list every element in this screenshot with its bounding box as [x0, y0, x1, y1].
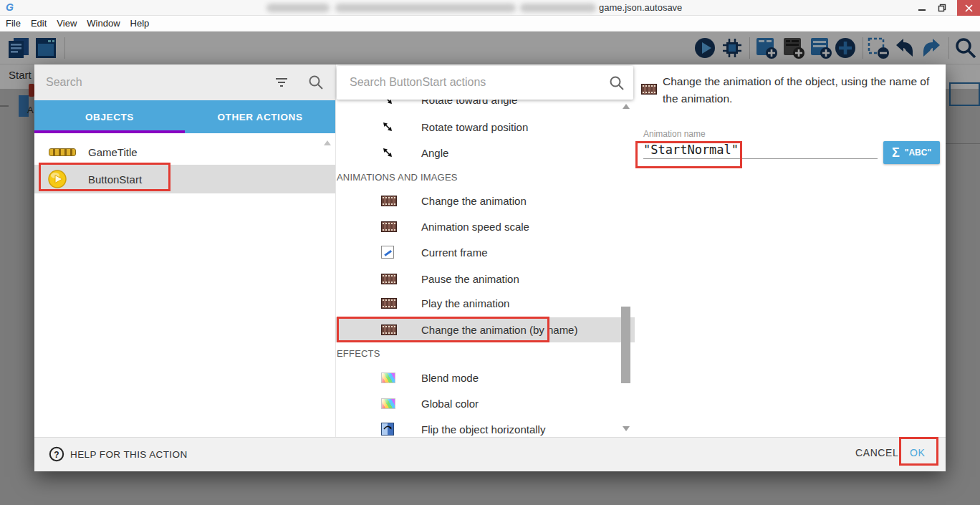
menu-edit[interactable]: Edit — [31, 18, 47, 29]
action-label: Global color — [421, 398, 479, 410]
action-label: Pause the animation — [421, 273, 519, 285]
action-row[interactable]: Angle — [335, 142, 635, 163]
film-icon — [381, 298, 397, 309]
window-title: game.json.autosave — [599, 2, 682, 13]
animation-name-input[interactable] — [643, 140, 878, 159]
object-list-scroll-up[interactable] — [324, 140, 331, 145]
action-search-input[interactable] — [350, 73, 586, 92]
section-header-animations: ANIMATIONS AND IMAGES — [337, 172, 635, 183]
title-bar: G game.json.autosave — [0, 0, 980, 16]
film-icon — [641, 84, 657, 95]
restore-icon — [938, 4, 946, 12]
dialog-footer: ? HELP FOR THIS ACTION CANCEL OK — [34, 437, 946, 471]
action-label: Change the animation (by name) — [421, 324, 577, 336]
film-icon — [381, 274, 397, 284]
restore-button[interactable] — [931, 0, 953, 16]
rainbow-icon — [381, 372, 395, 383]
object-search-input[interactable] — [46, 73, 261, 92]
menu-window[interactable]: Window — [87, 18, 120, 29]
svg-text:?: ? — [54, 450, 59, 460]
action-label: Rotate toward position — [421, 121, 528, 133]
rotate-arrow-icon — [381, 120, 394, 133]
action-label: Animation speed scale — [421, 221, 529, 233]
object-row-gametitle[interactable]: GameTitle — [34, 138, 335, 166]
section-header-effects: EFFECTS — [337, 348, 635, 359]
object-name: GameTitle — [88, 146, 138, 158]
field-label: Animation name — [643, 129, 706, 139]
action-row[interactable]: Pause the animation — [335, 268, 635, 289]
search-icon[interactable] — [609, 75, 625, 91]
tab-other-actions[interactable]: OTHER ACTIONS — [185, 100, 335, 133]
action-row[interactable]: Flip the object horizontally — [335, 418, 635, 437]
actions-scroll-up[interactable] — [623, 104, 630, 109]
action-row[interactable]: Play the animation — [335, 292, 635, 314]
help-button[interactable]: ? HELP FOR THIS ACTION — [49, 446, 188, 462]
object-name: ButtonStart — [88, 173, 142, 186]
blurred-path — [520, 4, 596, 12]
rotate-arrow-icon — [381, 146, 394, 159]
action-label: Angle — [421, 147, 448, 159]
flip-icon — [381, 423, 394, 436]
help-label: HELP FOR THIS ACTION — [70, 449, 188, 460]
actions-scrollbar-thumb[interactable] — [621, 307, 630, 383]
buttonstart-play-icon — [48, 170, 67, 188]
action-search-bar — [337, 66, 633, 100]
blurred-path — [266, 4, 330, 12]
action-row[interactable]: Current frame — [335, 241, 635, 263]
object-panel-tabs: OBJECTS OTHER ACTIONS — [34, 100, 335, 133]
search-icon[interactable] — [308, 74, 324, 90]
ok-button[interactable]: OK — [910, 447, 925, 458]
action-row[interactable]: Blend mode — [335, 367, 635, 388]
action-row[interactable]: Global color — [335, 393, 635, 414]
minimize-icon — [918, 4, 926, 12]
film-icon — [381, 221, 397, 232]
app-window: G game.json.autosave File Edit View Wind… — [0, 0, 980, 505]
menu-view[interactable]: View — [57, 18, 77, 29]
expression-button-label: "ABC" — [905, 148, 931, 158]
help-icon: ? — [49, 446, 64, 462]
object-search-bar — [34, 64, 335, 100]
action-label: Change the animation — [421, 195, 527, 207]
filter-icon[interactable] — [274, 77, 289, 88]
actions-list: Rotate toward angle Rotate toward positi… — [335, 64, 635, 437]
active-tab-underline — [34, 130, 185, 133]
frame-icon — [381, 246, 394, 259]
minimize-button[interactable] — [911, 0, 933, 16]
action-label: Flip the object horizontally — [421, 423, 545, 436]
film-icon — [381, 324, 397, 335]
action-label: Play the animation — [421, 297, 509, 309]
action-row-change-animation-by-name[interactable]: Change the animation (by name) — [335, 317, 635, 342]
object-row-buttonstart[interactable]: ButtonStart — [34, 165, 335, 193]
sigma-icon: Σ — [892, 145, 900, 160]
close-button[interactable] — [957, 0, 980, 16]
film-icon — [381, 196, 397, 206]
gdevelop-logo-icon: G — [6, 1, 14, 13]
blurred-path — [335, 4, 516, 12]
action-row[interactable]: Animation speed scale — [335, 216, 635, 237]
expression-editor-button[interactable]: Σ "ABC" — [883, 141, 940, 164]
menu-bar: File Edit View Window Help — [0, 16, 980, 32]
action-edit-dialog: OBJECTS OTHER ACTIONS GameTitle ButtonSt… — [34, 64, 946, 471]
close-icon — [965, 4, 973, 12]
actions-scroll-down[interactable] — [623, 426, 630, 431]
gametitle-thumbnail-icon — [49, 148, 76, 156]
action-label: Current frame — [421, 246, 488, 259]
action-row[interactable]: Rotate toward position — [335, 116, 635, 138]
action-row[interactable]: Change the animation — [335, 190, 635, 211]
action-description: Change the animation of the object, usin… — [663, 73, 943, 107]
tab-objects[interactable]: OBJECTS — [34, 100, 185, 133]
menu-file[interactable]: File — [6, 18, 21, 29]
action-label: Blend mode — [421, 372, 479, 384]
rainbow-icon — [381, 398, 395, 409]
menu-help[interactable]: Help — [130, 18, 150, 29]
cancel-button[interactable]: CANCEL — [855, 447, 898, 458]
